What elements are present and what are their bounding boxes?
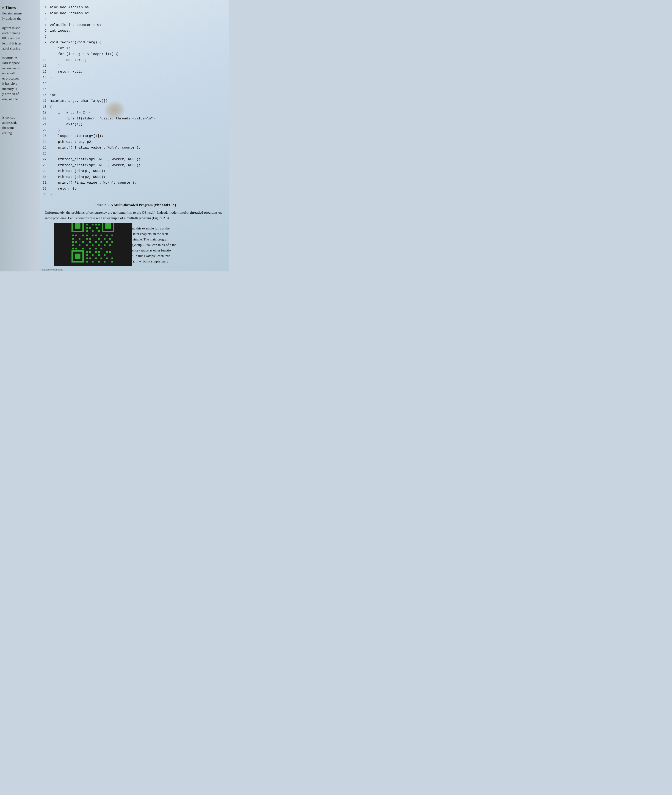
svg-rect-57 [86, 251, 88, 253]
svg-rect-59 [95, 251, 97, 253]
left-line: it has phys- [2, 81, 37, 86]
svg-rect-71 [106, 258, 108, 259]
svg-rect-61 [106, 251, 108, 253]
svg-rect-33 [98, 238, 100, 240]
code-text: } [50, 192, 225, 198]
code-line-27: 27 Pthread_create(&p1, NULL, worker, NUL… [40, 157, 225, 163]
svg-rect-42 [106, 241, 108, 243]
code-line-7: 7 void *worker(void *arg) { [40, 40, 225, 46]
line-number: 24 [40, 139, 50, 145]
bottom-section: tand this example fully at the in later … [40, 223, 229, 266]
left-line: lldress space [2, 60, 37, 66]
code-line-18: 18 { [40, 104, 225, 110]
qr-code [70, 223, 116, 264]
svg-rect-37 [75, 241, 77, 243]
line-number: 4 [40, 22, 50, 28]
svg-rect-51 [72, 248, 74, 250]
code-text: int [50, 93, 225, 98]
svg-rect-44 [72, 245, 74, 246]
svg-rect-1 [75, 223, 80, 229]
code-text: return 0; [50, 186, 225, 192]
code-text: printf("Final value : %d\n", counter); [50, 180, 225, 186]
code-text: main(int argc, char *argv[]) [50, 98, 225, 104]
left-line: is concep- [2, 115, 37, 120]
svg-rect-47 [92, 245, 94, 246]
line-number: 29 [40, 168, 50, 174]
left-text-block-1: e Times llocated mem- ly updates the [2, 5, 37, 21]
line-number: 21 [40, 122, 50, 127]
line-number: 23 [40, 133, 50, 139]
svg-rect-72 [111, 258, 113, 259]
svg-rect-40 [95, 241, 97, 243]
left-line: ook, on the [2, 96, 37, 102]
code-line-21: 21 exit(1); [40, 122, 225, 128]
line-number: 12 [40, 69, 50, 75]
svg-rect-19 [98, 230, 100, 232]
code-text [50, 86, 225, 93]
code-block: 1 #include <stdlib.h> 2 #include "common… [40, 2, 229, 200]
line-number: 20 [40, 116, 50, 122]
code-line-17: 17 main(int argc, char *argv[]) [40, 98, 225, 104]
svg-rect-52 [75, 248, 77, 250]
svg-rect-69 [95, 258, 97, 259]
code-line-1: 1 #include <stdlib.h> [40, 5, 225, 11]
left-text-block-3: is virtualiz- lldress space nehow maps e… [2, 55, 37, 102]
line-number: 3 [40, 16, 50, 22]
svg-rect-54 [89, 248, 91, 250]
code-line-9: 9 for (i = 0; i < loops; i++) { [40, 51, 225, 57]
code-text: volatile int counter = 0; [50, 22, 225, 28]
left-text-block-4: is concep- addressed, the same erating [2, 115, 37, 136]
code-line-24: 24 pthread_t p1, p2; [40, 139, 225, 145]
left-heading: e Times [2, 5, 37, 11]
code-line-5: 5 int loops; [40, 28, 225, 34]
code-line-16: 16 int [40, 93, 225, 98]
svg-rect-48 [98, 245, 100, 246]
left-line: 000), and yet [2, 35, 37, 41]
code-text: int loops; [50, 28, 225, 34]
svg-rect-45 [78, 245, 80, 246]
svg-rect-39 [89, 241, 91, 243]
left-text-block-2: ogram to see each running 000), and yet … [2, 25, 37, 51]
code-line-25: 25 printf("Initial value : %d\n", counte… [40, 145, 225, 151]
left-line: ad of sharing [2, 46, 37, 51]
svg-rect-16 [96, 227, 98, 229]
svg-rect-25 [95, 235, 97, 237]
line-number: 28 [40, 163, 50, 168]
svg-rect-38 [82, 241, 84, 243]
svg-rect-15 [89, 227, 91, 229]
svg-rect-10 [86, 224, 88, 226]
code-text: int i; [50, 46, 225, 51]
line-number: 8 [40, 46, 50, 51]
line-number: 9 [40, 51, 50, 57]
left-line: erating [2, 130, 37, 136]
left-line: memory is [2, 86, 37, 91]
code-line-8: 8 int i; [40, 46, 225, 51]
svg-rect-68 [89, 258, 91, 259]
line-number: 22 [40, 128, 50, 133]
line-number: 10 [40, 58, 50, 63]
code-text: if (argc != 2) { [50, 110, 225, 116]
svg-rect-60 [98, 251, 100, 253]
code-text: #include "common.h" [50, 11, 225, 16]
line-number: 15 [40, 86, 50, 92]
left-line: is virtualiz- [2, 55, 37, 61]
code-text: void *worker(void *arg) { [50, 40, 225, 46]
svg-rect-31 [86, 238, 88, 240]
svg-rect-49 [104, 245, 106, 246]
left-line: ogram to see [2, 25, 37, 30]
line-number: 26 [40, 151, 50, 157]
line-number: 17 [40, 98, 50, 104]
svg-rect-3 [105, 223, 111, 229]
watermark: ProgrammerRunner.io [41, 269, 63, 271]
right-page: 1 #include <stdlib.h> 2 #include "common… [40, 0, 229, 272]
code-line-6: 6 [40, 34, 225, 40]
line-number: 13 [40, 75, 50, 80]
line-number: 32 [40, 186, 50, 192]
svg-rect-56 [101, 248, 102, 250]
svg-rect-18 [92, 230, 94, 232]
svg-rect-74 [92, 261, 94, 263]
code-line-14: 14 [40, 81, 225, 86]
svg-rect-70 [101, 258, 102, 259]
code-text: printf("Initial value : %d\n", counter); [50, 145, 225, 151]
code-line-3: 3 [40, 16, 225, 22]
